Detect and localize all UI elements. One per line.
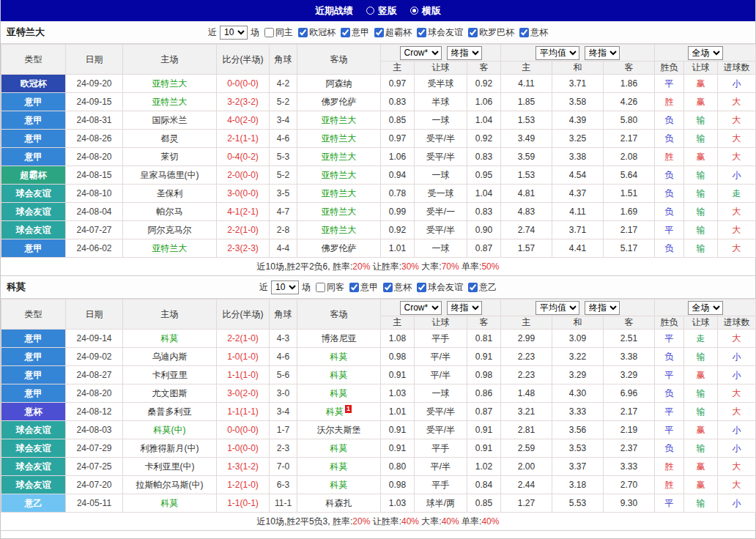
score-link[interactable]: 1-3(1-2) — [227, 461, 259, 472]
away-team-link[interactable]: 科莫 — [330, 480, 348, 490]
away-team-link[interactable]: 科莫 — [330, 352, 348, 362]
away-team-link[interactable]: 科莫 — [330, 461, 348, 472]
away-team-link[interactable]: 亚特兰大 — [322, 170, 357, 180]
away-team-link[interactable]: 博洛尼亚 — [322, 333, 357, 343]
score-link[interactable]: 3-0(0-0) — [227, 188, 259, 198]
away-team-link[interactable]: 阿森纳 — [326, 78, 352, 89]
league-filter-超霸杯[interactable]: 超霸杯 — [371, 26, 412, 39]
league-filter-意杯-checkbox[interactable] — [519, 28, 529, 37]
league-filter-意甲[interactable]: 意甲 — [337, 26, 369, 39]
recent-count-select[interactable]: 10 — [220, 26, 248, 40]
league-filter-意杯[interactable]: 意杯 — [379, 281, 412, 294]
score-link[interactable]: 2-3(2-3) — [227, 243, 259, 253]
score-link[interactable]: 0-0(0-0) — [227, 78, 259, 89]
away-team-link[interactable]: 科莫 — [326, 406, 344, 417]
away-team-link[interactable]: 佛罗伦萨 — [322, 97, 357, 107]
average-stage-select[interactable]: 终指 — [585, 301, 620, 315]
league-filter-意乙-checkbox[interactable] — [468, 283, 478, 292]
score-link[interactable]: 2-2(1-0) — [227, 333, 259, 343]
away-team-link[interactable]: 亚特兰大 — [322, 115, 357, 125]
home-team-link[interactable]: 尤文图斯 — [152, 388, 188, 398]
match-scope-select[interactable]: 全场 — [688, 46, 723, 60]
same-venue-filter[interactable]: 同客 — [312, 281, 344, 294]
home-team-link[interactable]: 国际米兰 — [152, 115, 188, 125]
score-link[interactable]: 2-0(0-0) — [227, 170, 259, 180]
home-team-link[interactable]: 帕尔马 — [157, 207, 183, 217]
average-odds-select[interactable]: 平均值 — [536, 46, 579, 60]
score-link[interactable]: 1-0(1-0) — [227, 352, 259, 362]
home-team-link[interactable]: 科莫 — [161, 498, 179, 508]
score-link[interactable]: 4-0(2-0) — [227, 115, 259, 125]
home-team-link[interactable]: 都灵 — [161, 133, 179, 144]
league-filter-球会友谊[interactable]: 球会友谊 — [413, 281, 463, 294]
league-filter-意甲[interactable]: 意甲 — [346, 281, 378, 294]
home-team-link[interactable]: 卡利亚里(中) — [145, 461, 195, 472]
same-venue-filter-checkbox[interactable] — [264, 28, 274, 37]
home-team-link[interactable]: 亚特兰大 — [152, 243, 188, 253]
score-link[interactable]: 1-1(0-1) — [227, 498, 259, 508]
home-team-link[interactable]: 拉斯帕尔马斯(中) — [136, 480, 204, 490]
home-team-link[interactable]: 卡利亚里 — [152, 370, 188, 380]
home-team-link[interactable]: 皇家马德里(中) — [141, 170, 199, 180]
away-team-link[interactable]: 佛罗伦萨 — [322, 243, 357, 253]
average-odds-select[interactable]: 平均值 — [536, 301, 579, 315]
away-team-link[interactable]: 沃尔夫斯堡 — [317, 425, 361, 435]
average-stage-select[interactable]: 终指 — [585, 46, 620, 60]
league-filter-超霸杯-checkbox[interactable] — [374, 28, 384, 37]
score-link[interactable]: 2-2(1-0) — [227, 225, 259, 235]
score-link[interactable]: 1-1(1-0) — [227, 370, 259, 380]
away-team-link[interactable]: 科森扎 — [326, 498, 352, 508]
away-team-link[interactable]: 科莫 — [330, 443, 348, 453]
away-team-link[interactable]: 科莫 — [330, 388, 348, 398]
home-team-link[interactable]: 圣保利 — [157, 188, 183, 198]
odds-stage-select[interactable]: 终指 — [447, 46, 482, 60]
score-link[interactable]: 3-0(2-0) — [227, 388, 259, 398]
league-filter-意杯[interactable]: 意杯 — [516, 26, 548, 39]
home-team-link[interactable]: 亚特兰大 — [152, 97, 188, 107]
score-link[interactable]: 2-1(1-1) — [227, 133, 259, 144]
same-venue-filter[interactable]: 同主 — [261, 26, 293, 39]
league-filter-球会友谊-checkbox[interactable] — [417, 283, 426, 292]
league-filter-意甲-checkbox[interactable] — [349, 283, 359, 292]
league-filter-意杯-checkbox[interactable] — [383, 283, 393, 292]
bookmaker-select[interactable]: Crow* — [400, 46, 442, 60]
away-team-link[interactable]: 科莫 — [330, 370, 348, 380]
home-team-link[interactable]: 科莫 — [161, 333, 179, 343]
away-team-link[interactable]: 亚特兰大 — [322, 133, 357, 144]
home-team-link[interactable]: 阿尔克马尔 — [148, 225, 192, 235]
same-venue-filter-checkbox[interactable] — [316, 283, 325, 292]
away-team-link[interactable]: 亚特兰大 — [322, 188, 357, 198]
league-badge: 意甲 — [1, 330, 66, 348]
league-filter-球会友谊[interactable]: 球会友谊 — [413, 26, 463, 39]
league-filter-球会友谊-checkbox[interactable] — [417, 28, 426, 37]
score-link[interactable]: 4-1(2-1) — [227, 207, 259, 217]
home-team-link[interactable]: 乌迪内斯 — [152, 352, 188, 362]
away-team-link[interactable]: 亚特兰大 — [322, 207, 357, 217]
match-scope-select[interactable]: 全场 — [688, 301, 723, 315]
score-link[interactable]: 0-0(0-0) — [227, 425, 259, 435]
home-team-link[interactable]: 利雅得新月(中) — [141, 443, 199, 453]
away-team-link[interactable]: 亚特兰大 — [322, 225, 357, 235]
away-team-cell: 科莫 — [297, 366, 381, 384]
home-team-link[interactable]: 莱切 — [161, 152, 179, 162]
home-team-link[interactable]: 桑普多利亚 — [148, 406, 192, 417]
league-filter-意甲-checkbox[interactable] — [341, 28, 350, 37]
home-team-link[interactable]: 科莫(中) — [154, 425, 186, 435]
bookmaker-select[interactable]: Crow* — [400, 301, 442, 315]
layout-radio-vertical[interactable]: 竖版 — [366, 4, 397, 18]
league-filter-意乙[interactable]: 意乙 — [464, 281, 497, 294]
league-filter-欧罗巴杯-checkbox[interactable] — [468, 28, 478, 37]
away-team-link[interactable]: 亚特兰大 — [322, 152, 357, 162]
score-link[interactable]: 1-1(1-1) — [227, 406, 259, 417]
score-link[interactable]: 1-0(0-0) — [227, 443, 259, 453]
league-filter-欧冠杯[interactable]: 欧冠杯 — [294, 26, 336, 39]
home-team-link[interactable]: 亚特兰大 — [152, 78, 188, 89]
odds-stage-select[interactable]: 终指 — [447, 301, 482, 315]
recent-count-select[interactable]: 10 — [271, 280, 299, 294]
score-link[interactable]: 1-2(1-0) — [227, 480, 259, 490]
score-link[interactable]: 3-2(3-2) — [227, 97, 259, 107]
league-filter-欧罗巴杯[interactable]: 欧罗巴杯 — [464, 26, 514, 39]
league-filter-欧冠杯-checkbox[interactable] — [298, 28, 308, 37]
layout-radio-horizontal[interactable]: 横版 — [410, 4, 441, 18]
score-link[interactable]: 0-4(0-2) — [227, 152, 259, 162]
